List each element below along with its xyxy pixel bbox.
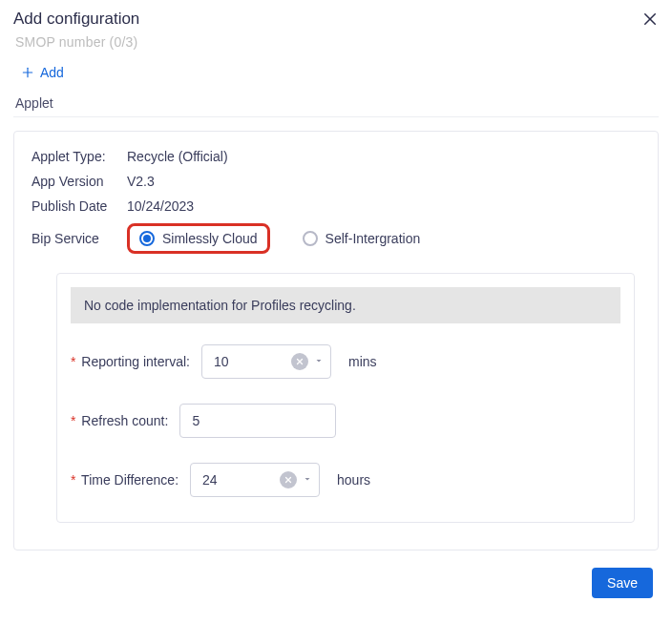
required-marker: * — [71, 472, 75, 488]
chevron-down-icon — [302, 472, 313, 488]
applet-panel: Applet Type: Recycle (Official) App Vers… — [13, 131, 659, 550]
required-marker: * — [71, 413, 75, 428]
time-difference-label: Time Difference: — [81, 472, 178, 488]
refresh-count-label: Refresh count: — [81, 413, 168, 428]
reporting-interval-unit: mins — [348, 354, 377, 369]
simlessly-panel: No code implementation for Profiles recy… — [56, 273, 635, 523]
add-button[interactable]: Add — [21, 65, 64, 80]
refresh-count-input-wrapper — [179, 404, 336, 438]
plus-icon — [21, 66, 34, 79]
reporting-interval-select[interactable]: 10 — [201, 344, 331, 379]
radio-selfint-label: Self-Intergration — [326, 231, 421, 246]
radio-dot-icon — [303, 231, 318, 246]
applet-type-value: Recycle (Official) — [127, 149, 228, 164]
reporting-interval-label: Reporting interval: — [81, 354, 190, 369]
publish-date-label: Publish Date — [32, 198, 117, 214]
chevron-down-icon — [313, 354, 325, 369]
radio-simlessly-cloud[interactable]: Simlessly Cloud — [139, 231, 258, 246]
applet-type-label: Applet Type: — [32, 149, 117, 164]
info-banner: No code implementation for Profiles recy… — [71, 287, 620, 323]
publish-date-value: 10/24/2023 — [127, 198, 194, 214]
clear-icon[interactable] — [291, 353, 308, 370]
reporting-interval-value: 10 — [214, 354, 229, 369]
close-icon[interactable] — [641, 10, 659, 28]
save-button[interactable]: Save — [592, 568, 653, 598]
bip-service-label: Bip Service — [32, 231, 117, 246]
bip-simlessly-highlight: Simlessly Cloud — [127, 223, 270, 254]
radio-simlessly-label: Simlessly Cloud — [162, 231, 258, 246]
add-button-label: Add — [40, 65, 64, 80]
section-label: Applet — [15, 95, 659, 111]
section-divider — [13, 116, 659, 117]
time-difference-value: 24 — [202, 472, 218, 488]
clear-icon[interactable] — [280, 471, 297, 488]
truncated-label: SMOP number (0/3) — [15, 34, 659, 50]
required-marker: * — [71, 354, 75, 369]
time-difference-unit: hours — [337, 472, 370, 488]
radio-dot-icon — [139, 231, 155, 246]
dialog-title: Add configuration — [13, 10, 139, 29]
app-version-label: App Version — [32, 174, 117, 189]
radio-self-integration[interactable]: Self-Intergration — [303, 231, 421, 246]
app-version-value: V2.3 — [127, 174, 155, 189]
time-difference-select[interactable]: 24 — [190, 463, 320, 497]
refresh-count-input[interactable] — [192, 413, 324, 428]
